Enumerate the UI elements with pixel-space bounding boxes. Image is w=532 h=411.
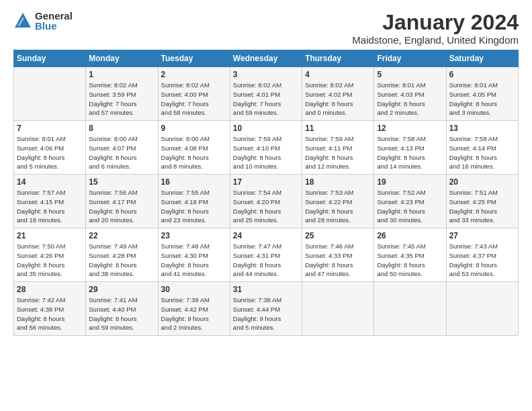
day-info: Sunrise: 7:51 AM Sunset: 4:25 PM Dayligh… [449,188,515,225]
day-cell: 20Sunrise: 7:51 AM Sunset: 4:25 PM Dayli… [446,175,518,228]
day-cell: 27Sunrise: 7:43 AM Sunset: 4:37 PM Dayli… [446,228,518,282]
day-cell: 28Sunrise: 7:42 AM Sunset: 4:38 PM Dayli… [14,282,86,336]
logo-blue-text: Blue [35,21,73,31]
day-cell: 22Sunrise: 7:49 AM Sunset: 4:28 PM Dayli… [86,228,158,282]
day-number: 13 [449,124,515,133]
day-number: 28 [17,285,83,294]
week-row-4: 28Sunrise: 7:42 AM Sunset: 4:38 PM Dayli… [14,282,519,336]
day-number: 25 [305,231,371,240]
calendar-table: Sunday Monday Tuesday Wednesday Thursday… [13,50,519,336]
day-cell [374,282,446,336]
day-cell: 12Sunrise: 7:58 AM Sunset: 4:13 PM Dayli… [374,121,446,175]
day-number: 20 [449,177,515,187]
day-info: Sunrise: 7:59 AM Sunset: 4:11 PM Dayligh… [305,134,371,171]
day-cell: 2Sunrise: 8:02 AM Sunset: 4:00 PM Daylig… [158,67,230,121]
day-info: Sunrise: 7:58 AM Sunset: 4:13 PM Dayligh… [377,134,443,171]
day-info: Sunrise: 7:46 AM Sunset: 4:33 PM Dayligh… [305,242,371,279]
day-cell: 11Sunrise: 7:59 AM Sunset: 4:11 PM Dayli… [302,121,374,175]
week-row-3: 21Sunrise: 7:50 AM Sunset: 4:26 PM Dayli… [14,228,519,282]
day-cell [14,67,86,121]
day-info: Sunrise: 7:47 AM Sunset: 4:31 PM Dayligh… [233,242,299,279]
day-number: 30 [161,285,227,294]
day-number: 21 [17,231,83,240]
day-number: 9 [161,124,227,133]
day-info: Sunrise: 7:57 AM Sunset: 4:15 PM Dayligh… [17,188,83,225]
day-number: 15 [89,177,154,187]
day-number: 16 [161,177,227,187]
day-cell: 6Sunrise: 8:01 AM Sunset: 4:05 PM Daylig… [446,67,518,121]
day-info: Sunrise: 7:55 AM Sunset: 4:18 PM Dayligh… [161,188,227,225]
day-cell [302,282,374,336]
week-row-2: 14Sunrise: 7:57 AM Sunset: 4:15 PM Dayli… [14,175,519,228]
day-cell: 14Sunrise: 7:57 AM Sunset: 4:15 PM Dayli… [14,175,86,228]
day-info: Sunrise: 8:02 AM Sunset: 4:01 PM Dayligh… [233,81,299,118]
day-cell: 19Sunrise: 7:52 AM Sunset: 4:23 PM Dayli… [374,175,446,228]
day-cell [446,282,518,336]
day-number: 7 [17,124,83,133]
day-info: Sunrise: 7:43 AM Sunset: 4:37 PM Dayligh… [449,242,515,279]
day-cell: 4Sunrise: 8:02 AM Sunset: 4:02 PM Daylig… [302,67,374,121]
col-friday: Friday [374,50,446,67]
main-title: January 2024 [352,11,519,34]
day-cell: 7Sunrise: 8:01 AM Sunset: 4:06 PM Daylig… [14,121,86,175]
day-info: Sunrise: 8:01 AM Sunset: 4:05 PM Dayligh… [449,81,515,118]
day-number: 6 [449,70,515,79]
day-info: Sunrise: 8:00 AM Sunset: 4:07 PM Dayligh… [89,134,154,171]
day-info: Sunrise: 7:41 AM Sunset: 4:40 PM Dayligh… [89,295,154,332]
subtitle: Maidstone, England, United Kingdom [352,34,519,46]
day-number: 12 [377,124,443,133]
day-number: 27 [449,231,515,240]
day-cell: 24Sunrise: 7:47 AM Sunset: 4:31 PM Dayli… [230,228,302,282]
day-cell: 13Sunrise: 7:58 AM Sunset: 4:14 PM Dayli… [446,121,518,175]
day-cell: 15Sunrise: 7:56 AM Sunset: 4:17 PM Dayli… [86,175,158,228]
day-cell: 1Sunrise: 8:02 AM Sunset: 3:59 PM Daylig… [86,67,158,121]
day-cell: 10Sunrise: 7:59 AM Sunset: 4:10 PM Dayli… [230,121,302,175]
day-number: 29 [89,285,154,294]
day-number: 19 [377,177,443,187]
day-cell: 9Sunrise: 8:00 AM Sunset: 4:08 PM Daylig… [158,121,230,175]
day-number: 1 [89,70,154,79]
col-monday: Monday [86,50,158,67]
day-info: Sunrise: 7:56 AM Sunset: 4:17 PM Dayligh… [89,188,154,225]
day-number: 11 [305,124,371,133]
day-info: Sunrise: 7:49 AM Sunset: 4:28 PM Dayligh… [89,242,154,279]
day-number: 2 [161,70,227,79]
day-cell: 21Sunrise: 7:50 AM Sunset: 4:26 PM Dayli… [14,228,86,282]
day-number: 10 [233,124,299,133]
header-row: Sunday Monday Tuesday Wednesday Thursday… [14,50,519,67]
col-thursday: Thursday [302,50,374,67]
day-cell: 16Sunrise: 7:55 AM Sunset: 4:18 PM Dayli… [158,175,230,228]
day-cell: 30Sunrise: 7:39 AM Sunset: 4:42 PM Dayli… [158,282,230,336]
day-number: 4 [305,70,371,79]
day-info: Sunrise: 7:50 AM Sunset: 4:26 PM Dayligh… [17,242,83,279]
header: General Blue January 2024 Maidstone, Eng… [13,11,519,46]
day-info: Sunrise: 8:01 AM Sunset: 4:03 PM Dayligh… [377,81,443,118]
day-number: 8 [89,124,154,133]
col-wednesday: Wednesday [230,50,302,67]
day-info: Sunrise: 8:02 AM Sunset: 3:59 PM Dayligh… [89,81,154,118]
day-number: 22 [89,231,154,240]
logo: General Blue [13,11,73,31]
day-info: Sunrise: 7:53 AM Sunset: 4:22 PM Dayligh… [305,188,371,225]
day-info: Sunrise: 7:58 AM Sunset: 4:14 PM Dayligh… [449,134,515,171]
day-info: Sunrise: 7:38 AM Sunset: 4:44 PM Dayligh… [233,295,299,332]
day-cell: 17Sunrise: 7:54 AM Sunset: 4:20 PM Dayli… [230,175,302,228]
day-cell: 26Sunrise: 7:45 AM Sunset: 4:35 PM Dayli… [374,228,446,282]
day-cell: 8Sunrise: 8:00 AM Sunset: 4:07 PM Daylig… [86,121,158,175]
day-info: Sunrise: 7:54 AM Sunset: 4:20 PM Dayligh… [233,188,299,225]
day-number: 18 [305,177,371,187]
day-info: Sunrise: 8:02 AM Sunset: 4:00 PM Dayligh… [161,81,227,118]
logo-general-text: General [35,11,73,21]
day-info: Sunrise: 7:45 AM Sunset: 4:35 PM Dayligh… [377,242,443,279]
day-number: 23 [161,231,227,240]
day-cell: 23Sunrise: 7:48 AM Sunset: 4:30 PM Dayli… [158,228,230,282]
day-cell: 29Sunrise: 7:41 AM Sunset: 4:40 PM Dayli… [86,282,158,336]
col-sunday: Sunday [14,50,86,67]
day-number: 17 [233,177,299,187]
day-number: 14 [17,177,83,187]
day-info: Sunrise: 8:01 AM Sunset: 4:06 PM Dayligh… [17,134,83,171]
title-block: January 2024 Maidstone, England, United … [352,11,519,46]
week-row-0: 1Sunrise: 8:02 AM Sunset: 3:59 PM Daylig… [14,67,519,121]
day-info: Sunrise: 7:59 AM Sunset: 4:10 PM Dayligh… [233,134,299,171]
col-saturday: Saturday [446,50,518,67]
